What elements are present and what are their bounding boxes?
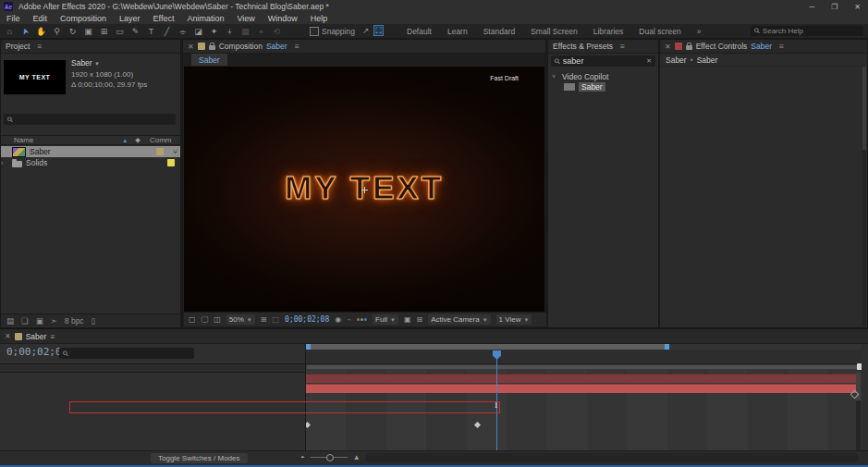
transparency-grid-icon[interactable]: ⊞ xyxy=(416,315,422,324)
target-region-icon[interactable]: ▣ xyxy=(404,315,411,324)
expander-icon[interactable]: › xyxy=(1,160,8,166)
zoom-out-icon[interactable]: ⏶ xyxy=(300,454,305,461)
scrollbar[interactable] xyxy=(862,67,866,326)
axis-a-tool[interactable]: ▦ xyxy=(238,24,253,39)
menu-composition[interactable]: Composition xyxy=(60,14,106,23)
flowchart-icon[interactable]: ⑂ xyxy=(173,147,177,156)
type-tool[interactable]: T xyxy=(143,24,159,39)
help-search-box[interactable]: ⚲ Search Help xyxy=(751,26,863,36)
workspace-learn[interactable]: Learn xyxy=(447,27,468,36)
snapshot-icon[interactable]: ◉ xyxy=(335,315,341,324)
column-name[interactable]: Name xyxy=(14,136,33,144)
minimize-button[interactable]: ─ xyxy=(809,3,814,11)
navigator-start-handle[interactable] xyxy=(306,344,311,350)
project-panel-tab[interactable]: Project ≡ xyxy=(1,40,180,54)
resolution-dropdown[interactable]: Full▼ xyxy=(373,314,398,325)
interpret-footage-icon[interactable]: ▤ xyxy=(6,316,14,326)
region-of-interest-icon[interactable]: ⬚ xyxy=(273,315,280,324)
toggle-switches-button[interactable]: Toggle Switches / Modes xyxy=(151,453,248,463)
effect-controls-tab[interactable]: ✕ Effect Controls Saber ≡ xyxy=(660,40,867,54)
new-folder-icon[interactable]: ❏ xyxy=(21,316,29,326)
panel-menu-icon[interactable]: ≡ xyxy=(37,42,42,51)
timeline-track-area[interactable]: I xyxy=(305,343,862,452)
comp-timecode[interactable]: 0;00;02;08 xyxy=(285,315,329,324)
hand-tool[interactable]: ✋ xyxy=(33,24,49,39)
maximize-button[interactable]: ❐ xyxy=(831,3,837,11)
clone-stamp-tool[interactable]: ⌯ xyxy=(175,24,190,39)
label-column-icon[interactable]: ⬥ xyxy=(135,136,141,145)
delete-icon[interactable]: ▯ xyxy=(92,316,96,326)
composition-panel-tab[interactable]: ✕ Composition Saber ≡ xyxy=(183,40,545,54)
brush-tool[interactable]: ╱ xyxy=(159,24,175,39)
menu-view[interactable]: View xyxy=(237,14,254,23)
eraser-tool[interactable]: ◪ xyxy=(190,24,206,39)
magnification-dropdown[interactable]: 50%▼ xyxy=(226,314,255,325)
navigator-end-handle[interactable] xyxy=(665,344,669,350)
layer-bar-saber[interactable] xyxy=(306,384,861,393)
align-icon[interactable]: ↗ xyxy=(362,26,370,35)
lock-icon[interactable] xyxy=(209,45,215,50)
close-icon[interactable]: ✕ xyxy=(665,43,671,51)
show-snapshot-icon[interactable]: ⌁ xyxy=(347,315,351,324)
close-icon[interactable]: ✕ xyxy=(5,332,11,340)
workspace-default[interactable]: Default xyxy=(407,27,432,36)
menu-effect[interactable]: Effect xyxy=(153,14,175,23)
axis-c-tool[interactable]: ⟲ xyxy=(269,24,285,39)
menu-help[interactable]: Help xyxy=(311,14,328,23)
clear-search-icon[interactable]: ✕ xyxy=(646,57,652,65)
zoom-in-icon[interactable]: ▲ xyxy=(353,453,361,461)
label-swatch[interactable] xyxy=(156,148,164,155)
project-flowchart-icon[interactable]: ➣ xyxy=(51,316,57,326)
view-layout-dropdown[interactable]: 1 View▼ xyxy=(496,314,532,325)
timeline-tab[interactable]: ✕ Saber ≡ xyxy=(0,329,868,344)
chevron-down-icon[interactable]: ▼ xyxy=(94,61,100,67)
share-view-icon[interactable]: ◫ xyxy=(214,315,221,324)
label-swatch[interactable] xyxy=(167,159,175,166)
column-comment[interactable]: Comm xyxy=(150,136,172,144)
panel-menu-icon[interactable]: ≡ xyxy=(620,42,625,51)
comp-name[interactable]: Saber xyxy=(71,58,92,68)
close-icon[interactable]: ✕ xyxy=(188,43,194,51)
sort-arrow-icon[interactable]: ▲ xyxy=(122,138,128,143)
chevron-open-icon[interactable]: ˅ xyxy=(552,73,559,80)
item-name[interactable]: Solids xyxy=(26,158,164,167)
workspace-standard[interactable]: Standard xyxy=(483,27,516,36)
axis-b-tool[interactable]: ⌖ xyxy=(253,24,269,39)
grid-3d-icon[interactable]: ⛶ xyxy=(373,25,383,36)
lock-icon[interactable] xyxy=(686,45,692,50)
effects-item-row[interactable]: Saber xyxy=(548,81,658,92)
timeline-scrollbar[interactable] xyxy=(856,373,861,452)
rotation-tool[interactable]: ↻ xyxy=(65,24,80,39)
panel-menu-icon[interactable]: ≡ xyxy=(50,332,55,341)
close-button[interactable]: ✕ xyxy=(854,3,861,11)
item-name[interactable]: Saber xyxy=(30,147,153,156)
breadcrumb-layer[interactable]: Saber xyxy=(697,55,718,65)
keyframe-diamond[interactable] xyxy=(305,422,311,428)
comp-doc-tab[interactable]: Saber xyxy=(191,54,227,66)
keyframe-diamond[interactable] xyxy=(474,422,481,428)
new-composition-icon[interactable]: ▣ xyxy=(36,316,43,326)
channels-icon[interactable] xyxy=(357,318,367,321)
panel-menu-icon[interactable]: ≡ xyxy=(779,42,784,51)
camera-dropdown[interactable]: Active Camera▼ xyxy=(428,314,490,325)
zoom-tool[interactable]: ⚲ xyxy=(49,24,65,39)
effects-group-row[interactable]: ˅ Video Copilot xyxy=(548,71,658,81)
camera-tool[interactable]: ▣ xyxy=(80,24,96,39)
pan-behind-tool[interactable]: ⊞ xyxy=(96,24,112,39)
zoom-slider-handle[interactable] xyxy=(326,454,334,461)
main-view-icon[interactable]: 🖵 xyxy=(202,315,209,325)
time-navigator-bar[interactable] xyxy=(306,344,668,350)
composition-viewer[interactable]: MY TEXT Fast Draft xyxy=(184,67,544,313)
mask-shape-tool[interactable]: ▭ xyxy=(112,24,128,39)
time-ruler[interactable] xyxy=(306,350,862,364)
project-row-solids[interactable]: ›Solids xyxy=(1,157,180,168)
workspace-small-screen[interactable]: Small Screen xyxy=(531,27,578,36)
time-navigator[interactable] xyxy=(306,344,862,350)
project-row-saber[interactable]: ›Saber⑂ xyxy=(1,146,180,157)
snapping-checkbox[interactable] xyxy=(310,27,319,36)
workspace-dual-screen[interactable]: Dual screen xyxy=(639,27,680,36)
project-column-header[interactable]: Name ▲ ⬥ Comm xyxy=(1,135,180,145)
menu-layer[interactable]: Layer xyxy=(119,14,141,23)
pen-tool[interactable]: ✎ xyxy=(128,24,143,39)
workspace-overflow-icon[interactable]: » xyxy=(697,27,702,36)
